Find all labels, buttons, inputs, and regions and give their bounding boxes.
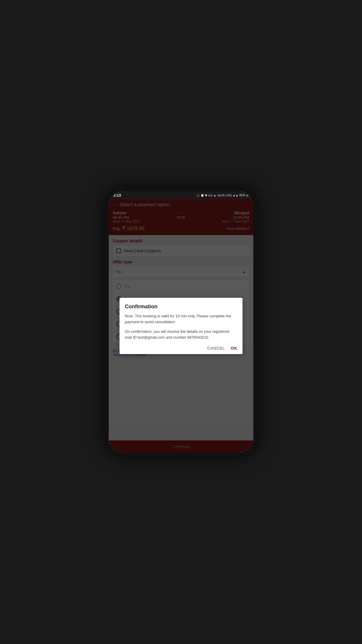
modal-cancel-button[interactable]: CANCEL [207, 346, 225, 351]
headphones-icon: 🎧 [196, 194, 200, 197]
volte-icon: VoLTE [217, 194, 225, 197]
modal-body-2: On confirmation, you will receive the de… [125, 329, 237, 340]
modal-overlay: Confirmation Note: This booking is valid… [109, 199, 253, 453]
wifi-icon: ▲ [213, 194, 216, 197]
battery-icon: ◎ [246, 194, 249, 197]
bluetooth-icon: ✱ [205, 194, 207, 197]
data-speed: 212 [208, 194, 212, 197]
status-icons: 🎧 ⏰ ✱ 212 ▲ VoLTE LTE2 ▲▲ 91% ◎ [196, 194, 249, 197]
phone-frame: 3:13 🎧 ⏰ ✱ 212 ▲ VoLTE LTE2 ▲▲ 91% ◎ [105, 188, 257, 456]
modal-actions: CANCEL OK [125, 345, 237, 351]
battery-text: 91% [239, 194, 245, 197]
modal-title: Confirmation [125, 304, 237, 310]
phone-screen: 3:13 🎧 ⏰ ✱ 212 ▲ VoLTE LTE2 ▲▲ 91% ◎ [109, 191, 253, 453]
modal-body-1: Note: This booking is valid for 10 min o… [125, 313, 237, 325]
status-bar: 3:13 🎧 ⏰ ✱ 212 ▲ VoLTE LTE2 ▲▲ 91% ◎ [109, 191, 253, 199]
confirmation-modal: Confirmation Note: This booking is valid… [120, 298, 242, 354]
signal-icon: ▲▲ [233, 194, 238, 197]
alarm-icon: ⏰ [201, 194, 204, 197]
status-time: 3:13 [113, 193, 121, 197]
modal-ok-button[interactable]: OK [231, 346, 237, 351]
lte-icon: LTE2 [226, 194, 232, 197]
